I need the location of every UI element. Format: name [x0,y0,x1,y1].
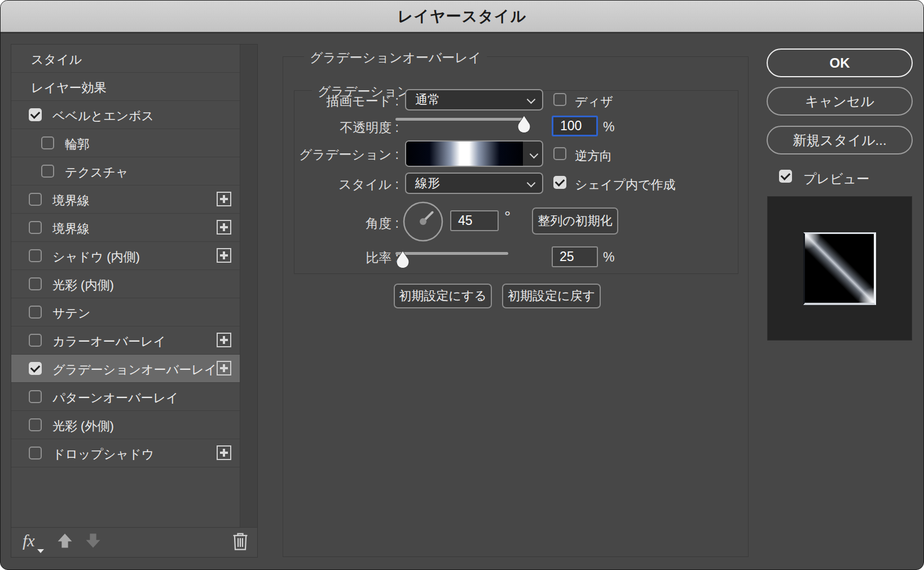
scrollbar-track[interactable] [240,45,257,528]
effect-label: 境界線 [52,192,90,209]
chevron-down-icon [527,95,536,104]
effect-label: シャドウ (内側) [52,249,140,266]
move-effect-up-button[interactable] [56,532,73,549]
dialog-title: レイヤースタイル [398,6,526,26]
effect-label: テクスチャ [65,164,129,181]
scale-value: 25 [560,249,574,264]
effect-label: カラーオーバーレイ [52,333,166,350]
effect-list-item[interactable]: 光彩 (内側) [11,270,240,298]
effect-checkbox[interactable] [29,277,42,290]
add-effect-instance-button[interactable] [217,361,231,375]
delete-effect-button[interactable] [231,531,249,551]
effect-checkbox[interactable] [29,193,42,206]
effect-label: 光彩 (内側) [52,277,114,294]
style-select[interactable]: 線形 [405,173,543,194]
effect-label: 境界線 [52,220,90,237]
effect-list-item[interactable]: 光彩 (外側) [11,411,240,439]
effect-label: サテン [52,305,91,322]
sidebar-toolbar: fx [11,527,257,557]
effect-checkbox[interactable] [29,390,42,403]
effect-list-item[interactable]: カラーオーバーレイ [11,326,240,355]
effect-list-item[interactable]: 輪郭 [11,129,240,157]
cancel-button[interactable]: キャンセル [767,87,913,116]
scale-input[interactable]: 25 [552,246,598,267]
fx-caret-icon [37,549,44,553]
effect-label: ベベルとエンボス [52,108,154,125]
styles-sidebar: スタイル レイヤー効果 ベベルとエンボス 輪郭 テクスチャ 境界線 境界線 シャ… [11,44,258,558]
blend-mode-value: 通常 [415,91,440,108]
new-style-button[interactable]: 新規スタイル... [767,126,913,154]
opacity-input[interactable]: 100 [552,116,598,136]
reverse-checkbox[interactable] [553,147,566,160]
gradient-overlay-legend: グラデーションオーバーレイ [304,49,487,67]
style-label: スタイル : [226,176,399,193]
move-effect-down-button[interactable] [85,532,102,549]
effect-checkbox[interactable] [29,306,42,319]
opacity-unit: % [603,120,614,135]
add-effect-instance-button[interactable] [217,445,231,460]
effect-list-item[interactable]: テクスチャ [11,157,240,185]
preview-label: プレビュー [803,170,869,188]
effect-list-item[interactable]: レイヤー効果 [11,73,240,101]
dialog-titlebar[interactable]: レイヤースタイル [1,1,923,32]
effect-label: スタイル [31,51,82,68]
effects-list: スタイル レイヤー効果 ベベルとエンボス 輪郭 テクスチャ 境界線 境界線 シャ… [11,45,240,528]
scale-slider-track[interactable] [395,252,508,255]
effect-list-item[interactable]: ドロップシャドウ [11,439,240,467]
layer-style-dialog: レイヤースタイル スタイル レイヤー効果 ベベルとエンボス 輪郭 テクスチャ 境… [0,0,924,570]
chevron-down-icon [530,150,539,159]
effect-checkbox[interactable] [29,418,42,431]
gradient-label: グラデーション : [226,146,399,164]
effect-list-item[interactable]: 境界線 [11,214,240,242]
fx-menu-button[interactable]: fx [23,531,35,550]
shape-checkbox[interactable] [553,176,566,189]
opacity-slider-track[interactable] [395,118,524,121]
effect-list-item[interactable]: シャドウ (内側) [11,242,240,270]
effect-label: ドロップシャドウ [52,446,154,463]
dither-label: ディザ [575,94,613,111]
effect-checkbox[interactable] [29,249,42,262]
reverse-label: 逆方向 [575,148,612,165]
style-preview-panel [767,196,912,341]
effect-checkbox[interactable] [29,362,42,375]
opacity-value: 100 [560,118,582,134]
angle-input[interactable]: 45 [450,210,499,231]
style-value: 線形 [415,175,440,192]
scale-label: 比率 : [226,249,399,267]
add-effect-instance-button[interactable] [217,333,231,347]
dither-checkbox[interactable] [553,93,566,106]
effect-checkbox[interactable] [41,165,54,178]
preview-checkbox[interactable] [779,170,792,183]
blend-mode-select[interactable]: 通常 [405,89,543,111]
gradient-swatch-picker[interactable] [405,140,543,167]
add-effect-instance-button[interactable] [217,192,231,206]
effect-checkbox[interactable] [29,447,42,459]
angle-dial[interactable] [402,201,444,242]
effect-label: 輪郭 [65,136,90,153]
chevron-down-icon [527,179,536,188]
reset-default-button[interactable]: 初期設定に戻す [502,284,601,308]
effect-checkbox[interactable] [41,136,54,149]
scale-slider-thumb[interactable] [395,250,411,269]
effect-list-item[interactable]: グラデーションオーバーレイ [11,355,240,383]
effect-list-item[interactable]: 境界線 [11,185,240,214]
make-default-button[interactable]: 初期設定にする [394,284,492,308]
reset-alignment-button[interactable]: 整列の初期化 [532,207,618,235]
scale-unit: % [603,250,614,265]
gradient-preview-strip [406,142,523,166]
effect-list-item[interactable]: スタイル [11,45,240,73]
ok-button[interactable]: OK [767,48,913,77]
effect-label: レイヤー効果 [31,79,107,96]
opacity-slider-thumb[interactable] [516,115,532,134]
angle-unit: ° [504,208,511,226]
effect-list-item[interactable]: ベベルとエンボス [11,101,240,129]
effect-checkbox[interactable] [29,221,42,234]
effect-list-item[interactable]: サテン [11,298,240,326]
effect-checkbox[interactable] [29,334,42,347]
opacity-label: 不透明度 : [226,119,399,136]
shape-label: シェイプ内で作成 [575,176,676,193]
effect-label: パターンオーバーレイ [52,390,179,406]
effect-checkbox[interactable] [29,108,42,121]
effect-list-item[interactable]: パターンオーバーレイ [11,383,240,411]
effect-label: 光彩 (外側) [52,418,114,435]
